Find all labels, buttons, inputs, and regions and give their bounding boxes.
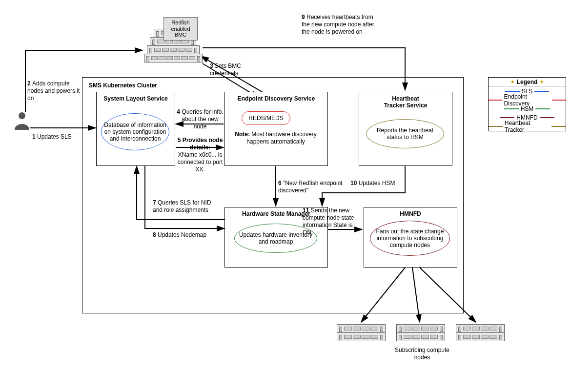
hts-desc: Reports the heartbeat status to HSM [368, 127, 442, 141]
eds-note-text: Most hardware discovery happens automati… [246, 131, 316, 145]
legend-row: Heartbeat Tracker [489, 122, 566, 131]
step-3: 3 Sets BMC credentials [210, 62, 259, 77]
hmnfd-ellipse: Fans out the state change information to… [370, 221, 450, 256]
step-1: 1 Updates SLS [32, 133, 72, 141]
legend: ✦ Legend ✦ SLSEndpoint DiscoveryHSMHMNFD… [488, 77, 566, 131]
eds-note: Note: Most hardware discovery happens au… [229, 131, 322, 145]
step-10: 10 Updates HSM [350, 180, 395, 187]
step-6: 6 "New Redfish endpoint discovered" [278, 180, 347, 194]
hmnfd-title: HMNFD [364, 207, 457, 220]
hts-ellipse: Reports the heartbeat status to HSM [366, 119, 444, 148]
hts-title: HeartbeatTracker Service [359, 92, 452, 112]
step-4: 4 Queries for info. about the new node [177, 108, 224, 130]
cluster-title: SMS Kubernetes Cluster [89, 82, 157, 89]
sls-ellipse: Database of information on system config… [101, 113, 169, 150]
sub-node-3 [456, 325, 505, 341]
step-9: 9 Receives heartbeats from the new compu… [302, 14, 380, 36]
eds-pill: REDS/MEDS [242, 111, 290, 125]
eds-note-label: Note: [235, 131, 250, 138]
hmnfd-desc: Fans out the state change information to… [372, 228, 448, 248]
step-7: 7 Queries SLS for NID and role assignmen… [153, 199, 216, 214]
subscribing-label: Subscribing compute nodes [390, 347, 454, 361]
sls-title: System Layout Service [97, 92, 175, 105]
legend-row: Endpoint Discovery [489, 96, 566, 104]
sls-desc: Database of information on system config… [103, 122, 167, 142]
sub-node-2 [396, 325, 445, 341]
eds-title: Endpoint Discovery Service [225, 92, 327, 105]
legend-title: Legend [517, 79, 538, 85]
legend-row: HSM [489, 104, 566, 113]
eds-box: Endpoint Discovery Service [224, 92, 328, 166]
step-2: 2 Adds compute nodes and powers it on [27, 80, 86, 102]
step-11: 11 Sends the new compute node state info… [303, 207, 361, 236]
user-icon [14, 111, 30, 131]
svg-point-0 [19, 112, 25, 119]
sub-node-1 [337, 325, 386, 341]
step-8: 8 Updates Nodemap [153, 231, 221, 239]
bmc-badge: RedfishenabledBMC [163, 17, 198, 41]
step-5: 5 Provides node details: XName x0c0... i… [177, 137, 224, 173]
eds-pill-text: REDS/MEDS [248, 115, 283, 122]
